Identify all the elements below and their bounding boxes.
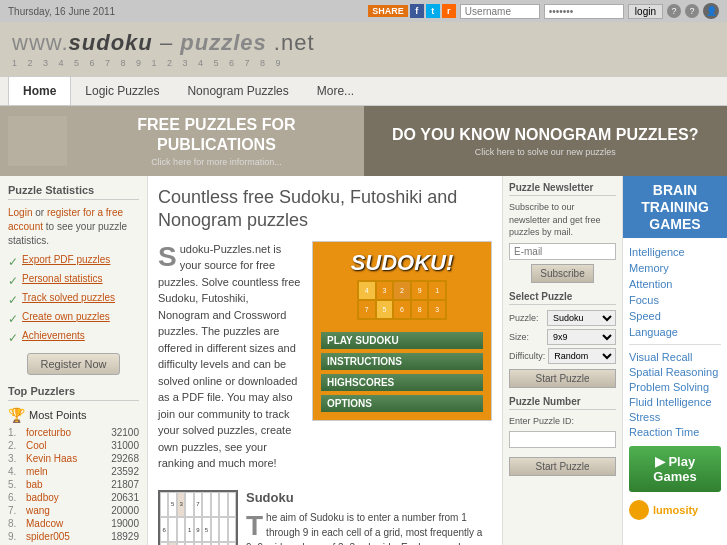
- help-icon[interactable]: ?: [667, 4, 681, 18]
- brain-sub-stress[interactable]: Stress: [629, 411, 721, 423]
- lumosity-logo[interactable]: lumosity: [629, 500, 721, 520]
- brain-divider: [629, 344, 721, 345]
- sudoku-subtitle: Sudoku: [246, 490, 492, 505]
- sudoku-demo-grid: 5 3 7 6 1 9 5: [158, 490, 238, 545]
- puzzle-number-title: Puzzle Number: [509, 396, 616, 410]
- puzzle-difficulty-field: Difficulty: Random: [509, 348, 616, 364]
- password-input[interactable]: [544, 4, 624, 19]
- help-icon2[interactable]: ?: [685, 4, 699, 18]
- start-puzzle-button[interactable]: Start Puzzle: [509, 369, 616, 388]
- sudoku-section: 5 3 7 6 1 9 5: [158, 490, 492, 545]
- brain-category-focus[interactable]: Focus: [629, 294, 721, 306]
- banner-nonogram[interactable]: DO YOU KNOW NONOGRAM PUZZLES? Click here…: [364, 106, 728, 176]
- instructions-btn[interactable]: INSTRUCTIONS: [321, 353, 483, 370]
- share-label: SHARE: [368, 5, 408, 17]
- logo-sudoku: sudoku: [69, 30, 153, 55]
- content-text: S udoku-Puzzles.net is your source for f…: [158, 241, 302, 480]
- top-puzzlers-section: Top Puzzlers 🏆 Most Points 1. forceturbo…: [8, 385, 139, 542]
- email-input[interactable]: [509, 243, 616, 260]
- brain-sub-visual-recall[interactable]: Visual Recall: [629, 351, 721, 363]
- banner-left-text: FREE PUZZLES FOR PUBLICATIONS Click here…: [77, 115, 355, 166]
- logo-puzzles: puzzles: [180, 30, 266, 55]
- top-puzzlers-title: Top Puzzlers: [8, 385, 139, 401]
- achievements-link[interactable]: Achievements: [22, 330, 85, 341]
- brain-training-sidebar: BRAIN TRAINING GAMES Intelligence Memory…: [622, 176, 727, 545]
- username-input[interactable]: [460, 4, 540, 19]
- brain-category-speed[interactable]: Speed: [629, 310, 721, 322]
- puzzle-size-select[interactable]: 9x9: [547, 329, 616, 345]
- nav-nonogram[interactable]: Nonogram Puzzles: [173, 77, 302, 105]
- sidebar-item-create: ✓ Create own puzzles: [8, 311, 139, 326]
- sudoku-ad-image[interactable]: SUDOKU! 4 3 2 9 1 7 5 6 8 3: [312, 241, 492, 421]
- newsletter-section: Puzzle Newsletter Subscribe to our newsl…: [509, 182, 616, 283]
- puzzler-9: 9. spider005 18929: [8, 531, 139, 542]
- brain-sub-fluid-intelligence[interactable]: Fluid Intelligence: [629, 396, 721, 408]
- personal-stats-link[interactable]: Personal statistics: [22, 273, 103, 284]
- date-label: Thursday, 16 June 2011: [8, 6, 115, 17]
- track-puzzles-link[interactable]: Track solved puzzles: [22, 292, 115, 303]
- nav-bar: Home Logic Puzzles Nonogram Puzzles More…: [0, 76, 727, 106]
- nav-logic[interactable]: Logic Puzzles: [71, 77, 173, 105]
- check-icon-1: ✓: [8, 255, 18, 269]
- banner-publications[interactable]: FREE PUZZLES FOR PUBLICATIONS Click here…: [0, 106, 364, 176]
- check-icon-5: ✓: [8, 331, 18, 345]
- options-btn[interactable]: OPTIONS: [321, 395, 483, 412]
- select-puzzle-section: Select Puzzle Puzzle: Sudoku Size: 9x9 D…: [509, 291, 616, 388]
- puzzle-size-label: Size:: [509, 332, 544, 342]
- brain-sub-spatial-reasoning[interactable]: Spatial Reasoning: [629, 366, 721, 378]
- create-puzzles-link[interactable]: Create own puzzles: [22, 311, 110, 322]
- brain-sub-reaction-time[interactable]: Reaction Time: [629, 426, 721, 438]
- most-points-area: 🏆 Most Points: [8, 407, 139, 423]
- lumosity-circle-icon: [629, 500, 649, 520]
- banner-left-sub: Click here for more information...: [77, 157, 355, 167]
- nav-more[interactable]: More...: [303, 77, 368, 105]
- game-advertisement: SUDOKU! 4 3 2 9 1 7 5 6 8 3: [312, 241, 492, 480]
- start-puzzle-button-2[interactable]: Start Puzzle: [509, 457, 616, 476]
- ad-buttons: PLAY SUDOKU INSTRUCTIONS HIGHSCORES OPTI…: [321, 332, 483, 412]
- newsletter-text: Subscribe to our newsletter and get free…: [509, 201, 616, 239]
- sudoku-description: T he aim of Sudoku is to enter a number …: [246, 510, 492, 545]
- brain-category-attention[interactable]: Attention: [629, 278, 721, 290]
- brain-sub-problem-solving[interactable]: Problem Solving: [629, 381, 721, 393]
- subscribe-button[interactable]: Subscribe: [531, 264, 593, 283]
- logo-net: .net: [267, 30, 315, 55]
- check-icon-3: ✓: [8, 293, 18, 307]
- puzzle-stats-section: Puzzle Statistics Login or register for …: [8, 184, 139, 375]
- facebook-icon[interactable]: f: [410, 4, 424, 18]
- puzzle-type-select[interactable]: Sudoku: [547, 310, 616, 326]
- top-bar: Thursday, 16 June 2011 SHARE f t r login…: [0, 0, 727, 22]
- select-puzzle-title: Select Puzzle: [509, 291, 616, 305]
- puzzler-4: 4. meln 23592: [8, 466, 139, 477]
- twitter-icon[interactable]: t: [426, 4, 440, 18]
- ad-grid: 4 3 2 9 1 7 5 6 8 3: [357, 280, 447, 320]
- login-link[interactable]: Login: [8, 207, 32, 218]
- banner-right-title: DO YOU KNOW NONOGRAM PUZZLES?: [392, 125, 698, 144]
- banner-right-text: DO YOU KNOW NONOGRAM PUZZLES? Click here…: [392, 125, 698, 157]
- brain-category-memory[interactable]: Memory: [629, 262, 721, 274]
- user-icon[interactable]: 👤: [703, 3, 719, 19]
- banner-right-sub: Click here to solve our new puzzles: [392, 147, 698, 157]
- export-pdf-link[interactable]: Export PDF puzzles: [22, 254, 110, 265]
- rss-icon[interactable]: r: [442, 4, 456, 18]
- highscores-btn[interactable]: HIGHSCORES: [321, 374, 483, 391]
- intro-paragraph: S udoku-Puzzles.net is your source for f…: [158, 241, 302, 472]
- puzzler-7: 7. wang 20000: [8, 505, 139, 516]
- sidebar-item-achievements: ✓ Achievements: [8, 330, 139, 345]
- nav-home[interactable]: Home: [8, 77, 71, 105]
- puzzle-difficulty-select[interactable]: Random: [548, 348, 616, 364]
- logo-dash: –: [153, 30, 180, 55]
- sidebar-item-personal: ✓ Personal statistics: [8, 273, 139, 288]
- play-sudoku-btn[interactable]: PLAY SUDOKU: [321, 332, 483, 349]
- play-games-button[interactable]: ▶ Play Games: [629, 446, 721, 492]
- puzzle-type-field: Puzzle: Sudoku: [509, 310, 616, 326]
- brain-category-language[interactable]: Language: [629, 326, 721, 338]
- brain-category-intelligence[interactable]: Intelligence: [629, 246, 721, 258]
- banner-left-inner: FREE PUZZLES FOR PUBLICATIONS Click here…: [8, 115, 356, 166]
- puzzle-size-field: Size: 9x9: [509, 329, 616, 345]
- logo-text: www.sudoku – puzzles .net: [12, 30, 315, 56]
- puzzle-id-input[interactable]: [509, 431, 616, 448]
- register-button[interactable]: Register Now: [27, 353, 119, 375]
- right-sidebar: Puzzle Newsletter Subscribe to our newsl…: [502, 176, 622, 545]
- stats-text: Login or register for a free account to …: [8, 206, 139, 248]
- login-button[interactable]: login: [628, 4, 663, 19]
